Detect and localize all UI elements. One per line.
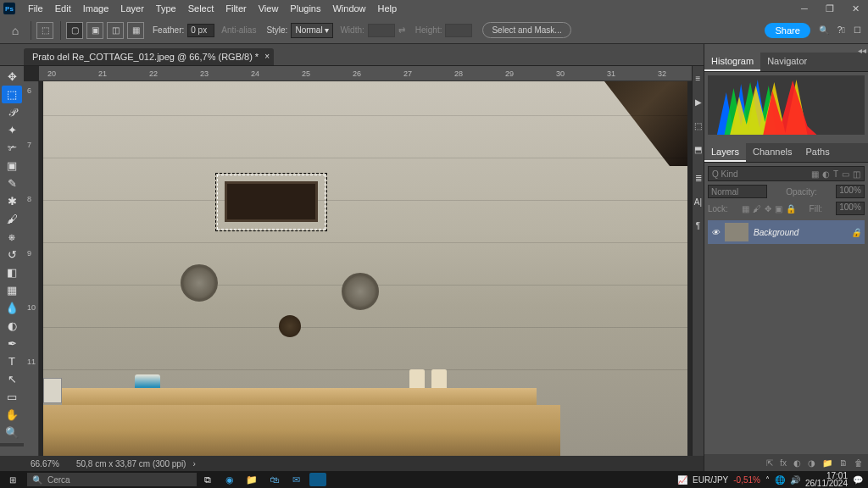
new-selection-icon[interactable]: ▢ (66, 22, 83, 39)
edge-icon[interactable]: ◉ (219, 474, 241, 485)
lock-paint-icon[interactable]: 🖌 (753, 204, 761, 214)
share-button[interactable]: Share (765, 23, 810, 38)
path-tool[interactable]: ↖ (2, 370, 22, 388)
wand-tool[interactable]: ✦ (2, 121, 22, 139)
history-brush-tool[interactable]: ↺ (2, 246, 22, 263)
stock-pair[interactable]: EUR/JPY (693, 475, 728, 485)
fill-input[interactable]: 100% (836, 202, 865, 215)
delete-icon[interactable]: 🗑 (854, 458, 863, 468)
rail-icon[interactable]: ≣ (693, 166, 704, 190)
pen-tool[interactable]: ✒ (2, 335, 22, 352)
zoom-tool[interactable]: 🔍 (2, 424, 22, 441)
menu-type[interactable]: Type (150, 3, 182, 14)
link-icon[interactable]: ⇱ (766, 458, 773, 468)
rail-icon[interactable]: ¶ (693, 214, 704, 237)
menu-filter[interactable]: Filter (220, 3, 252, 14)
lock-trans-icon[interactable]: ▦ (742, 204, 749, 214)
visibility-icon[interactable]: 👁 (711, 228, 720, 237)
select-and-mask-button[interactable]: Select and Mask... (482, 22, 570, 38)
layer-row-background[interactable]: 👁 Background 🔒 (708, 220, 865, 244)
stock-icon[interactable]: 📈 (677, 475, 687, 485)
brush-tool[interactable]: 🖌 (2, 210, 22, 228)
home-button[interactable]: ⌂ (5, 24, 25, 37)
move-tool[interactable]: ✥ (2, 68, 22, 86)
filter-smart-icon[interactable]: ◫ (853, 169, 860, 179)
filter-shape-icon[interactable]: ▭ (842, 169, 849, 179)
rail-icon[interactable]: ⬒ (693, 137, 704, 161)
lock-art-icon[interactable]: ▣ (775, 204, 782, 214)
gradient-tool[interactable]: ▦ (2, 281, 22, 299)
workspace-icon[interactable]: ☐ (854, 25, 861, 35)
tab-channels[interactable]: Channels (746, 143, 798, 162)
ruler-vertical[interactable]: 6 7 8 9 10 11 (24, 81, 39, 456)
task-view-icon[interactable]: ⧉ (197, 474, 219, 485)
filter-adjust-icon[interactable]: ◐ (822, 169, 830, 179)
volume-icon[interactable]: 🔊 (790, 475, 800, 485)
doc-info[interactable]: 50,8 cm x 33,87 cm (300 ppi) (76, 459, 186, 469)
menu-window[interactable]: Window (326, 3, 371, 14)
lasso-tool[interactable]: 𝒫 (2, 103, 22, 121)
menu-help[interactable]: Help (372, 3, 403, 14)
document-tab[interactable]: Prato del Re_COTTAGE_012.jpeg @ 66,7% (R… (24, 48, 274, 65)
new-layer-icon[interactable]: 🗎 (839, 458, 848, 468)
eraser-tool[interactable]: ◧ (2, 263, 22, 281)
eyedropper-tool[interactable]: ✎ (2, 175, 22, 192)
marquee-tool-icon[interactable]: ⬚ (36, 22, 53, 39)
blend-mode-select[interactable]: Normal (708, 185, 767, 198)
feather-input[interactable] (187, 24, 214, 37)
photoshop-taskbar-icon[interactable] (309, 473, 326, 486)
layer-filter[interactable]: Q Kind ▦ ◐ T ▭ ◫ (708, 166, 865, 181)
clock-date[interactable]: 26/11/2024 (805, 480, 848, 487)
tab-histogram[interactable]: Histogram (704, 53, 760, 71)
collapse-panels-icon[interactable]: ◂◂ (858, 46, 866, 55)
intersect-selection-icon[interactable]: ▦ (127, 22, 144, 39)
close-tab-icon[interactable]: × (264, 52, 270, 61)
marquee-tool[interactable]: ⬚ (2, 86, 22, 103)
stamp-tool[interactable]: ⎈ (2, 228, 22, 246)
canvas[interactable] (39, 81, 692, 456)
fx-icon[interactable]: fx (780, 458, 787, 468)
menu-edit[interactable]: Edit (49, 3, 77, 14)
opacity-input[interactable]: 100% (836, 185, 865, 198)
notifications-icon[interactable]: 💬 (853, 475, 863, 485)
tab-paths[interactable]: Paths (799, 143, 837, 162)
rail-icon[interactable]: ≡ (693, 66, 704, 90)
search-icon[interactable]: 🔍 (819, 25, 829, 35)
histogram-display[interactable] (708, 75, 865, 135)
lock-all-icon[interactable]: 🔒 (786, 204, 796, 214)
tab-layers[interactable]: Layers (704, 143, 746, 162)
dodge-tool[interactable]: ◐ (2, 317, 22, 335)
blur-tool[interactable]: 💧 (2, 299, 22, 317)
add-selection-icon[interactable]: ▣ (86, 22, 103, 39)
tray-chevron-icon[interactable]: ˄ (765, 475, 770, 485)
lock-pos-icon[interactable]: ✥ (765, 204, 771, 214)
menu-view[interactable]: View (253, 3, 285, 14)
hand-tool[interactable]: ✋ (2, 406, 22, 424)
taskbar-search[interactable]: 🔍 Cerca (27, 473, 197, 486)
maximize-button[interactable]: ❐ (817, 0, 843, 17)
menu-file[interactable]: File (22, 3, 49, 14)
menu-image[interactable]: Image (77, 3, 115, 14)
group-icon[interactable]: 📁 (822, 458, 832, 468)
layer-thumbnail[interactable] (725, 223, 748, 241)
network-icon[interactable]: 🌐 (775, 475, 785, 485)
zoom-level[interactable]: 66.67% (31, 459, 59, 469)
help-icon[interactable]: ?⃝ (837, 25, 845, 35)
menu-select[interactable]: Select (182, 3, 220, 14)
type-tool[interactable]: T (2, 352, 22, 370)
start-button[interactable]: ⊞ (0, 471, 25, 488)
frame-tool[interactable]: ▣ (2, 157, 22, 175)
explorer-icon[interactable]: 📁 (241, 474, 263, 485)
style-select[interactable]: Normal▾ (291, 23, 333, 38)
rail-icon[interactable]: ▶ (693, 90, 704, 114)
close-button[interactable]: ✕ (843, 0, 868, 17)
chevron-right-icon[interactable]: › (192, 459, 195, 469)
store-icon[interactable]: 🛍 (263, 474, 285, 485)
menu-plugins[interactable]: Plugins (284, 3, 326, 14)
stock-change[interactable]: -0,51% (733, 475, 760, 485)
heal-tool[interactable]: ✱ (2, 192, 22, 210)
subtract-selection-icon[interactable]: ◫ (107, 22, 124, 39)
ruler-horizontal[interactable]: 20 21 22 23 24 25 26 27 28 29 30 31 32 (39, 66, 692, 81)
rail-icon[interactable]: A| (693, 190, 704, 214)
adjustment-icon[interactable]: ◑ (808, 458, 815, 468)
